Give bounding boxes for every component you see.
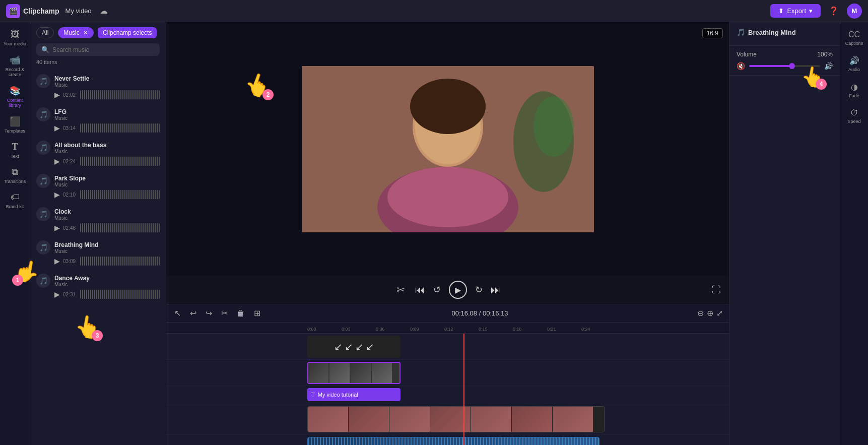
pointer-tool-button[interactable]: ↖ [172, 307, 183, 319]
zoom-out-button[interactable]: ⊖ [697, 308, 704, 318]
play-button[interactable]: ▶ [54, 224, 60, 232]
clip-audio-video[interactable] [307, 406, 605, 432]
fade-label: Fade [849, 93, 859, 98]
play-button[interactable]: ▶ [54, 257, 60, 265]
brand-kit-icon: 🏷 [11, 192, 20, 203]
more-tools-button[interactable]: ⊞ [252, 307, 262, 319]
music-title: LFG [54, 108, 160, 115]
list-item[interactable]: 🎵 Clock Music ▶ 02:48 [30, 203, 166, 236]
track-content-arrows[interactable]: ↙ ↙ ↙ ↙ [307, 334, 729, 359]
arrow-icon: ↙ [345, 341, 353, 353]
music-category: Music [54, 149, 160, 154]
skip-forward-button[interactable]: ⏭ [491, 284, 501, 296]
volume-up-icon[interactable]: 🔊 [824, 62, 833, 70]
volume-mute-icon[interactable]: 🔇 [737, 62, 745, 70]
clip-arrows[interactable]: ↙ ↙ ↙ ↙ [307, 336, 400, 358]
app-logo[interactable]: 🎬 Clipchamp [6, 4, 59, 18]
help-icon-button[interactable]: ❓ [827, 4, 841, 18]
speed-panel-button[interactable]: ⏱ Speed [842, 104, 867, 128]
speed-label: Speed [847, 119, 860, 124]
list-item[interactable]: 🎵 Never Settle Music ▶ 02:02 [30, 70, 166, 103]
waveform [80, 257, 160, 266]
fade-panel-button[interactable]: ◑ Fade [842, 78, 867, 102]
captions-panel-button[interactable]: CC Captions [842, 26, 867, 50]
timeline-tracks: ↙ ↙ ↙ ↙ [166, 334, 729, 445]
audio-panel-button[interactable]: 🔊 Audio [842, 52, 867, 76]
track-content-video[interactable] [307, 360, 729, 386]
filter-music-close-icon[interactable]: ✕ [83, 29, 88, 36]
text-icon: T [12, 142, 18, 152]
sidebar-item-brand-kit[interactable]: 🏷 Brand kit [2, 189, 29, 212]
music-content-panel: All Music ✕ Clipchamp selects 🔍 40 items… [30, 22, 166, 445]
templates-icon: ⬛ [10, 116, 21, 127]
arrow-icon: ↙ [366, 341, 374, 353]
redo-button[interactable]: ↪ [204, 307, 214, 319]
play-button[interactable]: ▶ [54, 190, 60, 199]
clip-music[interactable] [307, 437, 599, 445]
trim-tool-button[interactable]: ✂ [394, 283, 407, 297]
fit-timeline-button[interactable]: ⤢ [716, 308, 723, 318]
forward-button[interactable]: ↻ [475, 284, 483, 295]
list-item[interactable]: 🎵 LFG Music ▶ 03:14 [30, 103, 166, 137]
skip-back-button[interactable]: ⏮ [415, 284, 425, 296]
music-note-icon: 🎵 [36, 207, 50, 221]
track-name-label: Breathing Mind [748, 29, 796, 36]
volume-slider[interactable] [749, 65, 820, 67]
record-create-icon: 📹 [10, 54, 21, 66]
sidebar-item-text[interactable]: T Text [2, 139, 29, 162]
save-icon-button[interactable]: ☁ [98, 4, 110, 18]
fullscreen-button[interactable]: ⛶ [712, 285, 721, 295]
aspect-ratio-badge[interactable]: 16:9 [702, 28, 723, 38]
music-note-icon: 🎵 [36, 107, 50, 121]
sidebar-item-your-media[interactable]: 🖼 Your media [2, 26, 29, 49]
list-item[interactable]: 🎵 Breathing Mind Music ▶ 03:09 [30, 236, 166, 270]
play-pause-button[interactable]: ▶ [449, 281, 467, 299]
zoom-controls: ⊖ ⊕ ⤢ [697, 308, 723, 318]
timeline-content[interactable]: 0:00 0:03 0:06 0:09 0:12 0:15 0:18 0:21 … [166, 323, 729, 445]
track-content-music[interactable] [307, 434, 729, 445]
sidebar-item-templates[interactable]: ⬛ Templates [2, 113, 29, 137]
waveform [80, 190, 160, 199]
svg-point-7 [533, 96, 574, 157]
sidebar-item-transitions[interactable]: ⧉ Transitions [2, 164, 29, 187]
clipchamp-selects-button[interactable]: Clipchamp selects [98, 27, 157, 38]
clip-text-overlay[interactable]: T My video tutorial [307, 388, 400, 401]
items-count: 40 items [30, 59, 166, 68]
waveform [80, 157, 160, 166]
zoom-in-button[interactable]: ⊕ [707, 308, 713, 318]
clip-video[interactable] [307, 362, 400, 384]
play-button[interactable]: ▶ [54, 91, 60, 99]
play-button[interactable]: ▶ [54, 290, 60, 298]
play-button[interactable]: ▶ [54, 124, 60, 132]
filter-all-button[interactable]: All [36, 27, 54, 38]
list-item[interactable]: 🎵 Dance Away Music ▶ 02:31 [30, 270, 166, 303]
play-button[interactable]: ▶ [54, 157, 60, 165]
sidebar-item-record-create[interactable]: 📹 Record & create [2, 51, 29, 80]
main-layout: 🖼 Your media 📹 Record & create 📚 Content… [0, 22, 868, 445]
filter-music-button[interactable]: Music ✕ [58, 27, 94, 38]
track-row-audio [166, 404, 729, 434]
music-category: Music [54, 282, 160, 287]
content-library-icon: 📚 [10, 85, 21, 96]
search-input[interactable] [52, 46, 155, 53]
annotation-hand-2: 👆 2 [244, 73, 271, 97]
volume-section: Volume 100% 🔇 🔊 [729, 46, 840, 76]
sidebar-item-content-library[interactable]: 📚 Content library [2, 82, 29, 111]
slider-thumb[interactable] [789, 63, 795, 69]
video-title[interactable]: My video [65, 7, 92, 15]
volume-value: 100% [817, 51, 833, 58]
cut-button[interactable]: ✂ [219, 307, 230, 319]
speed-icon: ⏱ [850, 108, 858, 117]
list-item[interactable]: 🎵 All about the bass Music ▶ 02:24 [30, 137, 166, 170]
undo-button[interactable]: ↩ [188, 307, 198, 319]
track-row-arrows: ↙ ↙ ↙ ↙ [166, 334, 729, 360]
rewind-button[interactable]: ↺ [433, 284, 441, 295]
right-properties-panel: 🎵 Breathing Mind Volume 100% 🔇 🔊 👆 [729, 22, 840, 445]
sidebar-item-label: Record & create [4, 67, 27, 77]
export-button[interactable]: ⬆ Export ▾ [770, 4, 821, 18]
track-content-audio[interactable] [307, 404, 729, 434]
delete-button[interactable]: 🗑 [235, 308, 247, 319]
list-item[interactable]: 🎵 Park Slope Music ▶ 02:10 [30, 170, 166, 203]
user-avatar[interactable]: M [847, 4, 862, 19]
track-content-text[interactable]: T My video tutorial [307, 386, 729, 404]
